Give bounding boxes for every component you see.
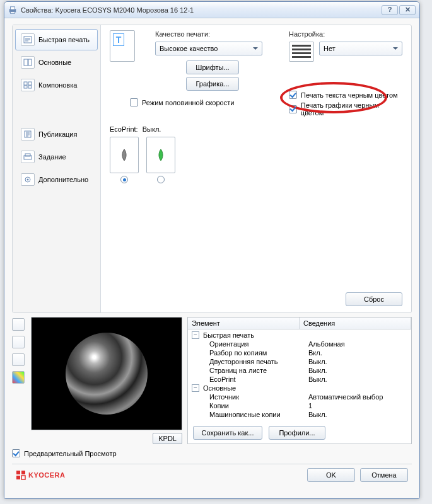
ecoprint-off-thumb[interactable]	[110, 137, 139, 173]
details-header: Элемент Сведения	[188, 318, 411, 329]
detail-row: EcoPrintВыкл.	[188, 375, 411, 384]
tab-layout[interactable]: Компоновка	[15, 74, 98, 96]
detail-row: Машинописные копииВыкл.	[188, 410, 411, 419]
svg-rect-18	[21, 476, 25, 479]
tab-content: T Качество печати: Высокое качество Шриф…	[101, 25, 411, 312]
printer-icon	[8, 6, 17, 14]
ecoprint-on-thumb[interactable]	[146, 137, 175, 173]
save-as-button[interactable]: Сохранить как...	[193, 426, 262, 440]
ecoprint-status: Выкл.	[143, 125, 161, 133]
svg-rect-6	[24, 82, 27, 85]
preview-column: KPDL	[31, 317, 182, 444]
svg-rect-2	[11, 11, 15, 13]
svg-rect-8	[24, 86, 27, 88]
svg-rect-17	[16, 476, 20, 479]
advanced-icon	[21, 173, 35, 186]
svg-rect-15	[16, 471, 20, 474]
preview-check-row: Предварительный Просмотр	[12, 449, 412, 457]
lower-panel: KPDL Элемент Сведения −Быстрая печать Ор…	[12, 317, 412, 444]
text-black-checkbox[interactable]	[289, 91, 297, 99]
svg-rect-7	[28, 82, 32, 85]
fonts-button[interactable]: Шрифты...	[186, 60, 239, 74]
tab-advanced[interactable]: Дополнительно	[15, 169, 98, 190]
tab-job[interactable]: Задание	[15, 146, 98, 168]
ok-button[interactable]: OK	[307, 468, 355, 482]
tab-spacer	[15, 97, 98, 122]
collapse-icon[interactable]: −	[192, 331, 199, 339]
detail-row: Копии1	[188, 401, 411, 410]
details-body[interactable]: −Быстрая печать ОриентацияАльбомная Разб…	[188, 329, 411, 422]
settings-label: Настройка:	[289, 30, 402, 38]
settings-dropdown[interactable]: Нет	[319, 42, 402, 55]
preview-toolbar	[12, 318, 25, 384]
tab-label: Компоновка	[38, 81, 77, 89]
upper-panel: Быстрая печать Основные Компоновка Публи…	[12, 25, 412, 313]
earth-icon	[66, 333, 148, 415]
text-black-label: Печать текста черным цветом	[301, 91, 398, 99]
detail-row: Разбор по копиямВкл.	[188, 348, 411, 357]
kpdl-badge: KPDL	[153, 433, 182, 444]
window-title: Свойства: Kyocera ECOSYS M2040 Морозова …	[21, 6, 382, 14]
group-quick-print[interactable]: −Быстрая печать	[188, 331, 411, 340]
tab-basic[interactable]: Основные	[15, 52, 98, 73]
tab-label: Публикация	[38, 130, 77, 138]
preview-checkbox[interactable]	[12, 449, 20, 457]
job-icon	[21, 151, 35, 163]
preview-tool-2[interactable]	[12, 336, 25, 348]
brand-row: KYOCERA OK Отмена	[12, 464, 412, 485]
quick-print-icon	[21, 33, 35, 46]
quality-label: Качество печати:	[155, 30, 270, 38]
svg-rect-9	[28, 86, 32, 88]
collapse-icon[interactable]: −	[192, 384, 199, 392]
tab-publication[interactable]: Публикация	[15, 123, 98, 145]
detail-row: Двусторонняя печатьВыкл.	[188, 357, 411, 366]
publication-icon	[21, 128, 35, 140]
ecoprint-on-radio[interactable]	[157, 176, 165, 183]
gfx-black-checkbox[interactable]	[289, 105, 297, 113]
svg-rect-1	[11, 6, 15, 9]
half-speed-checkbox[interactable]	[130, 98, 138, 106]
kyocera-icon	[16, 470, 26, 480]
group-basic[interactable]: −Основные	[188, 384, 411, 392]
graphics-button[interactable]: Графика...	[186, 77, 239, 91]
preview-checkbox-label: Предварительный Просмотр	[24, 450, 117, 457]
tab-quick-print[interactable]: Быстрая печать	[15, 29, 98, 50]
brand-logo: KYOCERA	[16, 470, 66, 480]
half-speed-label: Режим половинной скорости	[142, 99, 234, 106]
profiles-button[interactable]: Профили...	[269, 426, 325, 440]
gfx-black-label: Печать графики черным цветом	[301, 101, 402, 117]
close-button[interactable]: ✕	[399, 5, 416, 15]
side-tabs: Быстрая печать Основные Компоновка Публи…	[13, 25, 101, 312]
detail-row: ИсточникАвтоматический выбор	[188, 392, 411, 401]
svg-rect-5	[28, 59, 32, 66]
client-area: Быстрая печать Основные Компоновка Публи…	[4, 18, 419, 498]
svg-rect-16	[21, 471, 25, 474]
svg-rect-4	[24, 59, 28, 66]
col-element[interactable]: Элемент	[188, 318, 300, 329]
cancel-button[interactable]: Отмена	[360, 468, 408, 482]
details-panel: Элемент Сведения −Быстрая печать Ориента…	[187, 317, 412, 444]
tab-label: Быстрая печать	[38, 36, 90, 43]
preview-image	[31, 317, 182, 430]
tab-label: Задание	[38, 153, 66, 161]
ecoprint-label: EcoPrint:	[110, 125, 138, 133]
detail-row: ОриентацияАльбомная	[188, 340, 411, 348]
basic-icon	[21, 56, 35, 69]
col-value[interactable]: Сведения	[300, 318, 411, 329]
preview-tool-1[interactable]	[12, 318, 25, 331]
ecoprint-off-radio[interactable]	[120, 176, 128, 183]
svg-point-14	[27, 179, 29, 181]
properties-dialog: Свойства: Kyocera ECOSYS M2040 Морозова …	[4, 1, 420, 499]
ecoprint-section: EcoPrint: Выкл.	[110, 125, 402, 133]
preview-tool-3[interactable]	[12, 353, 25, 366]
reset-button[interactable]: Сброс	[346, 292, 402, 306]
tab-label: Основные	[38, 59, 71, 66]
titlebar: Свойства: Kyocera ECOSYS M2040 Морозова …	[4, 2, 419, 18]
help-button[interactable]: ?	[382, 5, 398, 15]
settings-icon	[289, 42, 314, 62]
layout-icon	[21, 79, 35, 91]
quality-dropdown[interactable]: Высокое качество	[155, 42, 262, 55]
quality-icon: T	[110, 30, 135, 62]
preview-tool-color[interactable]	[12, 371, 25, 384]
detail-row: Страниц на листеВыкл.	[188, 366, 411, 375]
